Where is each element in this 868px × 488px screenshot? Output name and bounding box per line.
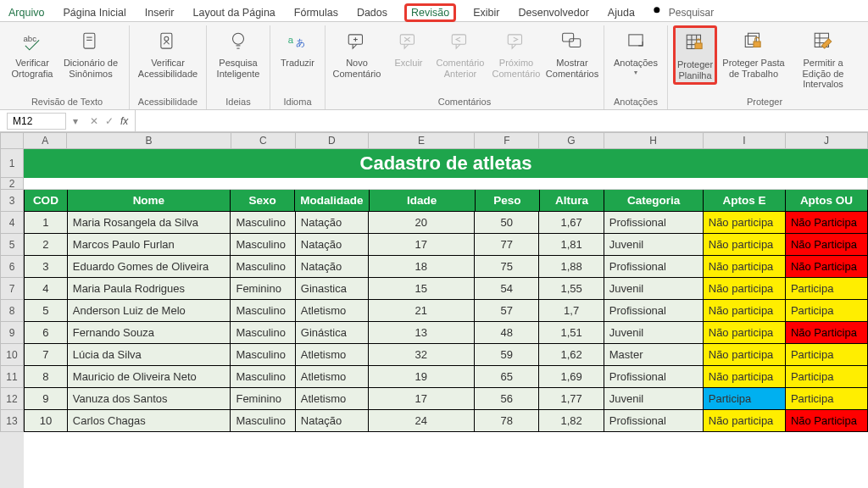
cell[interactable]: Não participa — [704, 322, 786, 344]
cell[interactable]: Masculino — [231, 212, 295, 234]
cell[interactable]: Não Participa — [786, 256, 868, 278]
column-header[interactable]: B — [67, 132, 231, 149]
cell[interactable]: 21 — [369, 300, 476, 322]
cell[interactable]: Profissional — [604, 300, 704, 322]
tab-formulas[interactable]: Fórmulas — [292, 4, 340, 21]
cell[interactable]: Participa — [704, 388, 786, 410]
row-header[interactable]: 3 — [0, 190, 24, 212]
cell[interactable]: 48 — [475, 322, 539, 344]
new-comment-button[interactable]: Novo Comentário — [331, 25, 383, 81]
namebox-dropdown-icon[interactable]: ▾ — [68, 115, 83, 127]
cell[interactable]: Masculino — [231, 300, 295, 322]
tab-insert[interactable]: Inserir — [143, 4, 176, 21]
cell[interactable]: Eduardo Gomes de Oliveira — [68, 256, 231, 278]
cell[interactable]: Marcos Paulo Furlan — [68, 234, 231, 256]
tab-file[interactable]: Arquivo — [7, 4, 46, 21]
cell[interactable]: Juvenil — [604, 278, 704, 300]
row-header[interactable]: 4 — [0, 212, 24, 234]
cell[interactable]: Não participa — [704, 212, 786, 234]
cell[interactable]: 59 — [475, 344, 539, 366]
accessibility-button[interactable]: Verificar Acessibilidade — [135, 25, 201, 81]
tab-developer[interactable]: Desenvolvedor — [516, 4, 590, 21]
row-header[interactable]: 9 — [0, 322, 24, 344]
cell[interactable]: 78 — [475, 410, 539, 432]
fx-icon[interactable]: fx — [120, 115, 128, 127]
cell[interactable]: Ginástica — [296, 322, 369, 344]
protect-sheet-button[interactable]: Proteger Planilha — [673, 25, 717, 85]
row-header[interactable]: 11 — [0, 366, 24, 388]
cell[interactable]: Profissional — [604, 410, 704, 432]
cell[interactable]: Não Participa — [786, 212, 868, 234]
cell[interactable]: Profissional — [604, 212, 704, 234]
allow-edit-ranges-button[interactable]: Permitir a Edição de Intervalos — [790, 25, 856, 92]
column-header[interactable]: A — [24, 132, 67, 149]
select-all-corner[interactable] — [0, 132, 24, 149]
cell[interactable]: 77 — [475, 234, 539, 256]
cell[interactable]: Master — [604, 344, 704, 366]
spreadsheet-grid[interactable]: 1 2 3 45678910111213 ABCDEFGHIJ Cadastro… — [0, 132, 868, 488]
tab-home[interactable]: Página Inicial — [61, 4, 127, 21]
cell[interactable]: 1,88 — [539, 256, 604, 278]
notes-button[interactable]: Anotações — [609, 25, 662, 79]
cell[interactable]: 1,7 — [539, 300, 604, 322]
cell[interactable]: 18 — [369, 256, 476, 278]
cell[interactable]: 4 — [24, 278, 68, 300]
column-header[interactable]: I — [704, 132, 786, 149]
row-header[interactable]: 12 — [0, 388, 24, 410]
cell[interactable]: 19 — [369, 366, 476, 388]
cell[interactable]: Participa — [786, 300, 868, 322]
translate-button[interactable]: aあ Traduzir — [275, 25, 320, 71]
column-header[interactable]: F — [475, 132, 539, 149]
cell[interactable]: Juvenil — [604, 322, 704, 344]
cell[interactable]: Feminino — [231, 388, 295, 410]
cell[interactable]: 56 — [475, 388, 539, 410]
formula-input[interactable] — [135, 110, 868, 131]
cell[interactable]: 1,77 — [539, 388, 604, 410]
cell[interactable]: Atletismo — [296, 344, 369, 366]
row-header[interactable]: 13 — [0, 410, 24, 432]
cell[interactable]: Juvenil — [604, 388, 704, 410]
cell[interactable]: Não Participa — [786, 234, 868, 256]
cell[interactable]: Masculino — [231, 344, 295, 366]
cell[interactable]: 32 — [369, 344, 476, 366]
cell[interactable]: Participa — [786, 366, 868, 388]
cell[interactable]: Atletismo — [296, 300, 369, 322]
cell[interactable]: 1 — [24, 212, 68, 234]
cell[interactable]: Natação — [296, 234, 369, 256]
column-header[interactable]: H — [604, 132, 704, 149]
cell[interactable]: 17 — [369, 388, 476, 410]
cell[interactable]: 7 — [24, 344, 68, 366]
column-header[interactable]: G — [539, 132, 604, 149]
tell-me-search[interactable]: Pesquisar — [652, 5, 714, 19]
cell[interactable]: Mauricio de Oliveira Neto — [68, 366, 231, 388]
cell[interactable]: 8 — [24, 366, 68, 388]
cell[interactable]: Não Participa — [786, 322, 868, 344]
cell[interactable]: Natação — [296, 256, 369, 278]
cell[interactable]: Masculino — [231, 366, 295, 388]
cell[interactable]: Masculino — [231, 322, 295, 344]
tab-review[interactable]: Revisão — [404, 3, 456, 22]
cell[interactable]: 50 — [475, 212, 539, 234]
cell[interactable]: 1,62 — [539, 344, 604, 366]
cell[interactable]: 1,82 — [539, 410, 604, 432]
row-header[interactable]: 2 — [0, 178, 24, 190]
cell[interactable]: 13 — [369, 322, 476, 344]
cell[interactable]: Natação — [296, 410, 369, 432]
protect-workbook-button[interactable]: Proteger Pasta de Trabalho — [721, 25, 787, 81]
cell[interactable]: Não participa — [704, 234, 786, 256]
cell[interactable]: Feminino — [231, 278, 295, 300]
cell[interactable]: Vanuza dos Santos — [68, 388, 231, 410]
cell[interactable]: Natação — [296, 212, 369, 234]
row-header[interactable]: 6 — [0, 256, 24, 278]
cell[interactable]: Atletismo — [296, 366, 369, 388]
cell[interactable]: Anderson Luiz de Melo — [68, 300, 231, 322]
column-header[interactable]: D — [296, 132, 369, 149]
column-header[interactable]: J — [786, 132, 868, 149]
cell[interactable]: Masculino — [231, 256, 295, 278]
cell[interactable]: 15 — [369, 278, 476, 300]
cell[interactable]: 5 — [24, 300, 68, 322]
tab-layout[interactable]: Layout da Página — [191, 4, 276, 21]
cell[interactable]: 3 — [24, 256, 68, 278]
show-comments-button[interactable]: Mostrar Comentários — [546, 25, 598, 81]
cell[interactable]: Participa — [786, 278, 868, 300]
